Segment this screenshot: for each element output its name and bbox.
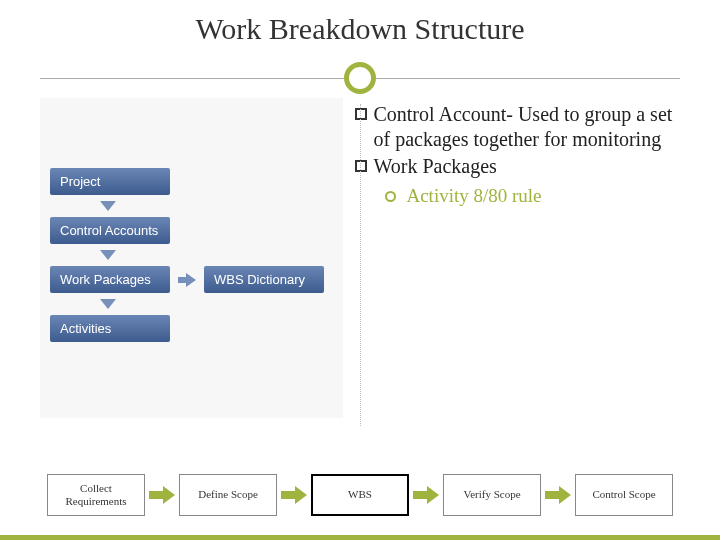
arrow-right-icon (545, 486, 571, 504)
bullet-control-account: Control Account- Used to group a set of … (355, 102, 680, 152)
arrow-right-icon (413, 486, 439, 504)
bullet-lead: Control Account- (373, 103, 517, 125)
slide: Work Breakdown Structure Project Control… (0, 0, 720, 540)
arrow-down-icon (100, 299, 116, 309)
arrow-right-icon (178, 275, 196, 285)
arrow-down-icon (100, 250, 116, 260)
flow-step-control: Control Scope (575, 474, 673, 516)
square-bullet-icon (355, 160, 367, 172)
arrow-right-icon (149, 486, 175, 504)
bullet-work-packages: Work Packages (355, 154, 680, 179)
bottom-accent-bar (0, 535, 720, 540)
diagram-box-control-accounts: Control Accounts (50, 217, 170, 244)
bullet-text: Control Account- Used to group a set of … (373, 102, 680, 152)
sub-bullet-activity-rule: Activity 8/80 rule (385, 185, 680, 207)
flow-step-verify: Verify Scope (443, 474, 541, 516)
process-flow: Collect Requirements Define Scope WBS Ve… (0, 474, 720, 516)
diagram-panel: Project Control Accounts Work Packages W… (40, 98, 343, 418)
arrow-down-icon (100, 201, 116, 211)
diagram-box-work-packages: Work Packages (50, 266, 170, 293)
sub-bullet-text: Activity 8/80 rule (406, 185, 541, 207)
flow-step-define: Define Scope (179, 474, 277, 516)
vertical-divider (360, 104, 361, 426)
circle-bullet-icon (385, 191, 396, 202)
diagram-box-wbs-dictionary: WBS Dictionary (204, 266, 324, 293)
diagram-box-activities: Activities (50, 315, 170, 342)
flow-step-wbs: WBS (311, 474, 409, 516)
wbs-diagram: Project Control Accounts Work Packages W… (50, 168, 333, 342)
arrow-right-icon (281, 486, 307, 504)
bullets-panel: Control Account- Used to group a set of … (351, 98, 680, 418)
flow-step-collect: Collect Requirements (47, 474, 145, 516)
title-divider (40, 58, 680, 98)
diagram-row-packages: Work Packages WBS Dictionary (50, 266, 333, 293)
square-bullet-icon (355, 108, 367, 120)
accent-circle-icon (344, 62, 376, 94)
diagram-box-project: Project (50, 168, 170, 195)
page-title: Work Breakdown Structure (40, 12, 680, 46)
bullet-text: Work Packages (373, 154, 496, 179)
